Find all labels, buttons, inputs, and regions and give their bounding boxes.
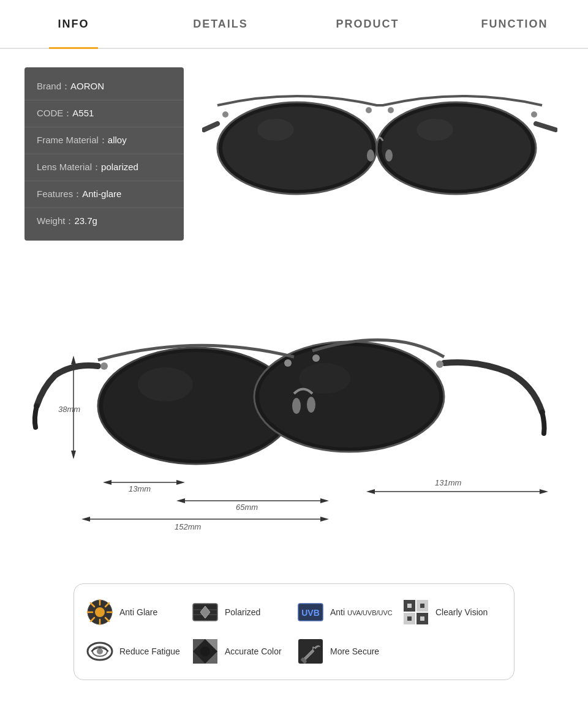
more-secure-label: More Secure [330, 646, 379, 656]
svg-point-1 [222, 107, 372, 190]
svg-marker-36 [320, 498, 329, 503]
svg-marker-32 [176, 480, 185, 485]
info-row-frame: Frame Material：alloy [24, 127, 184, 154]
weight-label: Weight： [37, 215, 74, 226]
svg-point-21 [284, 359, 292, 367]
info-row-features: Features：Anti-glare [24, 181, 184, 208]
info-row-brand: Brand：AORON [24, 73, 184, 100]
svg-marker-28 [71, 451, 76, 459]
svg-point-22 [312, 354, 320, 362]
svg-point-5 [417, 119, 453, 141]
info-table: Brand：AORON CODE：A551 Frame Material：all… [24, 67, 184, 241]
brand-label: Brand： [37, 81, 70, 91]
svg-text:UVB: UVB [301, 608, 320, 618]
svg-point-24 [292, 398, 301, 414]
svg-point-72 [97, 648, 103, 654]
svg-point-2 [257, 119, 294, 141]
svg-point-25 [307, 397, 315, 413]
clearly-vision-label: Clearly Vision [435, 607, 488, 617]
svg-text:38mm: 38mm [58, 405, 80, 414]
code-label: CODE： [37, 108, 72, 118]
svg-marker-35 [176, 498, 185, 503]
svg-point-12 [367, 149, 374, 162]
svg-point-11 [531, 111, 537, 118]
polarized-icon [192, 599, 219, 626]
svg-text:65mm: 65mm [236, 503, 258, 512]
svg-point-78 [200, 646, 210, 656]
svg-marker-40 [320, 517, 329, 522]
svg-point-10 [388, 107, 394, 113]
lens-value: polarized [101, 162, 138, 172]
lens-label: Lens Material： [37, 162, 101, 172]
more-secure-icon [297, 638, 324, 665]
anti-glare-icon [86, 599, 113, 626]
svg-rect-67 [420, 604, 424, 608]
feature-more-secure: More Secure [297, 638, 396, 665]
svg-point-9 [366, 107, 372, 113]
feature-anti-glare: Anti Glare [86, 599, 186, 626]
uvb-icon: UVB [297, 599, 324, 626]
sunglasses-top-view [202, 69, 557, 240]
svg-marker-43 [366, 489, 375, 494]
svg-point-4 [382, 107, 531, 190]
svg-rect-69 [420, 616, 424, 621]
polarized-label: Polarized [225, 607, 260, 617]
feature-accurate-color: Accurate Color [192, 638, 291, 665]
info-row-lens: Lens Material：polarized [24, 154, 184, 181]
svg-line-6 [204, 124, 217, 130]
brand-value: AORON [70, 81, 104, 91]
info-section: Brand：AORON CODE：A551 Frame Material：all… [24, 67, 564, 241]
anti-glare-label: Anti Glare [119, 607, 157, 617]
svg-rect-66 [407, 604, 412, 608]
svg-point-23 [436, 361, 443, 368]
svg-text:152mm: 152mm [175, 522, 202, 531]
info-row-code: CODE：A551 [24, 100, 184, 127]
features-box: Anti Glare Polarized UVB An [74, 583, 514, 680]
weight-value: 23.7g [74, 215, 97, 226]
svg-text:131mm: 131mm [435, 478, 462, 487]
dimension-section: 38mm 13mm 65mm 152mm 131mm [24, 265, 564, 559]
accurate-color-label: Accurate Color [225, 646, 282, 656]
nav-details[interactable]: DETAILS [147, 0, 294, 48]
reduce-fatigue-label: Reduce Fatigue [119, 646, 180, 656]
navigation: INFO DETAILS PRODUCT FUNCTION [0, 0, 588, 49]
svg-point-16 [138, 367, 193, 402]
clearly-vision-icon [402, 599, 429, 626]
sunglasses-dimension-view: 38mm 13mm 65mm 152mm 131mm [24, 265, 564, 559]
svg-rect-68 [407, 616, 412, 621]
feature-uvb: UVB Anti UVA/UVB/UVC [297, 599, 396, 626]
nav-info[interactable]: INFO [0, 0, 147, 48]
svg-marker-31 [103, 480, 111, 485]
main-content: Brand：AORON CODE：A551 Frame Material：all… [0, 49, 588, 698]
reduce-fatigue-icon [86, 638, 113, 665]
product-image-top [196, 67, 564, 241]
feature-reduce-fatigue: Reduce Fatigue [86, 638, 186, 665]
accurate-color-icon [192, 638, 219, 665]
svg-text:13mm: 13mm [129, 484, 151, 493]
frame-value: alloy [108, 135, 127, 145]
svg-line-7 [536, 124, 556, 130]
frame-label: Frame Material： [37, 135, 108, 145]
uvb-label: Anti UVA/UVB/UVC [330, 607, 393, 617]
svg-point-20 [100, 362, 108, 370]
code-value: A551 [72, 108, 94, 118]
svg-point-8 [222, 111, 228, 118]
svg-marker-39 [81, 517, 90, 522]
svg-point-13 [385, 149, 393, 162]
info-row-weight: Weight：23.7g [24, 208, 184, 234]
nav-product[interactable]: PRODUCT [294, 0, 441, 48]
svg-marker-44 [540, 489, 548, 494]
svg-marker-27 [71, 356, 76, 364]
feature-clearly-vision: Clearly Vision [402, 599, 502, 626]
nav-function[interactable]: FUNCTION [441, 0, 588, 48]
svg-point-47 [95, 607, 105, 617]
features-value: Anti-glare [82, 189, 121, 199]
feature-polarized: Polarized [192, 599, 291, 626]
features-label: Features： [37, 189, 82, 199]
